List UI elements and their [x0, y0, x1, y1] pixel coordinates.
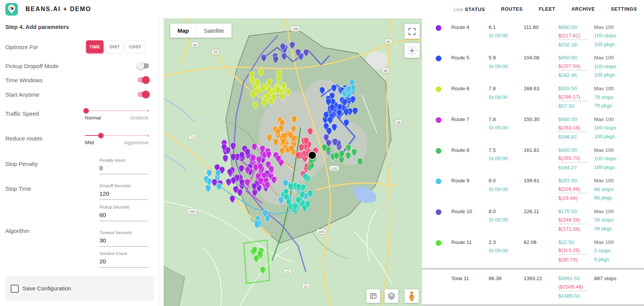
route-cost-net: $166.82 [558, 132, 594, 141]
dropoff-seconds-field: Dropoff Seconds [99, 183, 148, 200]
route-cost-net: $57.33 [558, 102, 594, 110]
route-row-route-11[interactable]: Route 112.3St 09:0082.06$22.50$(113.29)$… [422, 238, 644, 269]
route-row-route-8[interactable]: Route 87.5St 09:00161.81$450.00$(285.73)… [422, 146, 644, 177]
route-hours: 8.0 [489, 207, 524, 216]
route-color-dot [436, 56, 441, 61]
nav-item-fleet[interactable]: FLEET [539, 6, 556, 12]
penalty-hours-input[interactable] [99, 165, 148, 174]
route-name: Route 5 [451, 54, 489, 62]
route-capacity: Max 100 [594, 84, 638, 93]
map-type-map-button[interactable]: Map [170, 24, 196, 38]
algorithm-label: Algorithm [5, 228, 29, 234]
route-hours: 5.9 [489, 54, 524, 62]
beans-logo-icon[interactable] [5, 3, 18, 16]
route-cost-max: $355.50 [558, 84, 594, 93]
total-hours: 66.38 [489, 274, 524, 283]
fullscreen-button[interactable] [404, 24, 420, 39]
route-pkgs: 100 pkgs [594, 163, 638, 172]
route-row-route-10[interactable]: Route 108.0St 09:00226.11$175.50$(346.58… [422, 207, 644, 238]
save-configuration-checkbox[interactable] [11, 285, 19, 293]
nav-item-settings[interactable]: SETTINGS [611, 6, 637, 12]
start-anytime-label: Start Anytime [5, 91, 39, 98]
nav-item-routes[interactable]: ROUTES [501, 6, 523, 12]
total-distance: 1393.22 [524, 274, 558, 283]
pickup-dropoff-label: Pickup Dropoff Mode [5, 63, 59, 69]
routes-list: Route 46.1St 09:00111.80$450.00$(217.82)… [422, 23, 644, 269]
map-svg: 2929195959595712901301832121 [164, 19, 422, 306]
route-capacity: Max 100 [594, 115, 638, 124]
route-row-route-9[interactable]: Route 98.0St 09:00199.61$297.00$(326.48)… [422, 176, 644, 207]
optimize-cost-button[interactable]: COST [126, 40, 145, 53]
total-cost-spent: ($2506.48) [558, 283, 588, 291]
route-color-dot [436, 209, 441, 215]
route-pkgs: 100 pkgs [594, 132, 638, 141]
traffic-speed-slider[interactable]: Normal Gridlock [85, 108, 149, 121]
route-stops: 100 stops [594, 32, 638, 40]
map-type-satellite-button[interactable]: Satellite [196, 24, 232, 38]
dropoff-seconds-input[interactable] [99, 190, 148, 200]
route-color-dot [436, 25, 441, 31]
traffic-min-label: Normal [85, 115, 101, 121]
route-distance: 168.63 [524, 84, 558, 93]
svg-text:195: 195 [292, 27, 299, 31]
map-canvas[interactable]: 2929195959595712901301832121 Map Satelli… [164, 19, 422, 306]
time-windows-toggle[interactable] [137, 76, 150, 84]
optimize-for-segment: TIMEDISTCOST [86, 40, 145, 53]
split-view-icon [369, 292, 377, 300]
route-cost-spent: $(285.73) [558, 154, 588, 163]
layers-button[interactable] [385, 289, 398, 303]
layers-icon [387, 292, 396, 300]
route-hours: 7.8 [489, 84, 524, 93]
route-start-time: St 09:00 [489, 62, 524, 71]
route-capacity: Max 100 [594, 176, 638, 185]
route-distance: 199.61 [524, 176, 558, 185]
traffic-speed-label: Traffic Speed [5, 110, 39, 117]
route-start-time: St 09:00 [489, 124, 524, 132]
time-windows-label: Time Windows [5, 77, 43, 83]
svg-text:71: 71 [190, 134, 194, 139]
route-cost-spent: $(326.48) [558, 185, 588, 193]
timeout-seconds-input[interactable] [99, 237, 148, 247]
route-pkgs: 79 pkgs [594, 101, 638, 110]
depot-marker [308, 151, 316, 159]
route-capacity: Max 100 [594, 207, 638, 216]
optimize-time-button[interactable]: TIME [86, 40, 104, 53]
reduce-routes-slider[interactable]: Mild Aggressive [85, 133, 149, 146]
pickup-seconds-input[interactable] [99, 212, 148, 221]
nav-item-archive[interactable]: ARCHIVE [571, 6, 595, 12]
route-cost-max: $450.00 [558, 54, 594, 62]
top-nav: LiveSTATUSROUTESFLEETARCHIVESETTINGS [454, 6, 644, 12]
route-row-route-6[interactable]: Route 67.8St 09:00168.63$355.50$(298.17)… [422, 84, 644, 115]
pickup-dropoff-toggle[interactable] [137, 62, 150, 70]
reduce-min-label: Mild [85, 140, 94, 145]
route-distance: 111.80 [524, 23, 558, 32]
route-start-time: St 09:00 [489, 32, 524, 40]
route-color-dot [436, 148, 441, 154]
split-view-button[interactable] [366, 289, 380, 303]
svg-text:183: 183 [318, 230, 324, 234]
total-cost-max: $3991.50 [558, 274, 594, 283]
route-distance: 161.81 [524, 146, 558, 155]
nav-item-status[interactable]: LiveSTATUS [454, 6, 485, 12]
optimize-dist-button[interactable]: DIST [106, 40, 123, 53]
stop-penalty-label: Stop Penalty [5, 161, 38, 167]
route-hours: 6.1 [489, 23, 524, 32]
svg-text:21: 21 [286, 270, 290, 274]
draw-region-button[interactable] [404, 43, 420, 58]
route-color-dot [436, 86, 441, 92]
pegman-button[interactable] [404, 289, 419, 303]
solution-count-input[interactable] [99, 258, 148, 268]
route-cost-max: $450.00 [558, 115, 594, 124]
route-row-route-7[interactable]: Route 77.8St 09:00150.30$450.00$(283.18)… [422, 115, 644, 146]
route-row-route-4[interactable]: Route 46.1St 09:00111.80$450.00$(217.82)… [422, 23, 644, 54]
route-cost-max: $297.00 [558, 176, 594, 185]
pickup-seconds-field: Pickup Seconds [99, 205, 148, 221]
pegman-icon [408, 291, 415, 301]
route-hours: 7.8 [489, 115, 524, 124]
start-anytime-toggle[interactable] [137, 91, 150, 98]
route-row-route-5[interactable]: Route 55.9St 09:00104.08$450.00$(207.54)… [422, 54, 644, 84]
svg-text:130: 130 [331, 166, 337, 171]
timeout-seconds-field: Timeout Seconds [99, 230, 148, 247]
route-cost-spent: $(113.29) [558, 246, 588, 255]
route-name: Route 7 [451, 115, 489, 124]
